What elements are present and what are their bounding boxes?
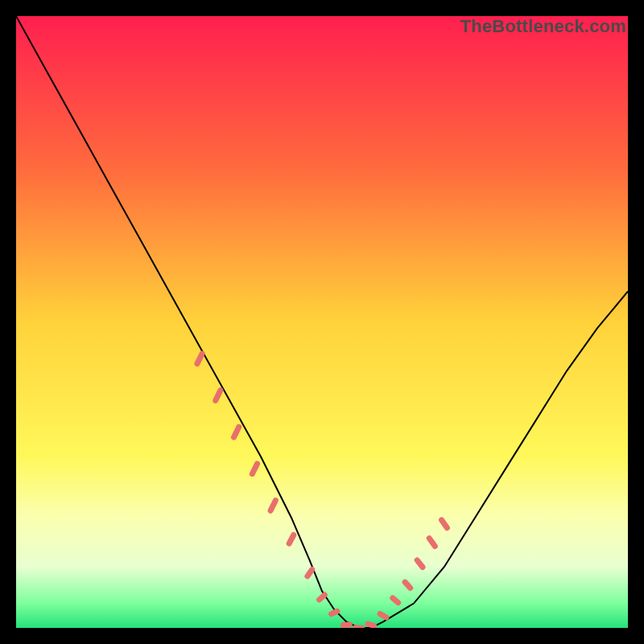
highlight-dash — [332, 611, 337, 613]
highlight-dash — [308, 570, 312, 576]
gradient-background — [16, 16, 628, 628]
highlight-dash — [380, 614, 386, 618]
highlight-dash — [289, 535, 294, 544]
highlight-dash — [393, 598, 398, 603]
highlight-dash — [368, 624, 374, 625]
highlight-dash — [320, 595, 325, 600]
chart-frame: TheBottleneck.com — [16, 16, 628, 628]
highlight-dash — [343, 625, 349, 625]
bottleneck-chart — [16, 16, 628, 628]
highlight-dash — [405, 582, 411, 588]
watermark-text: TheBottleneck.com — [460, 16, 626, 37]
